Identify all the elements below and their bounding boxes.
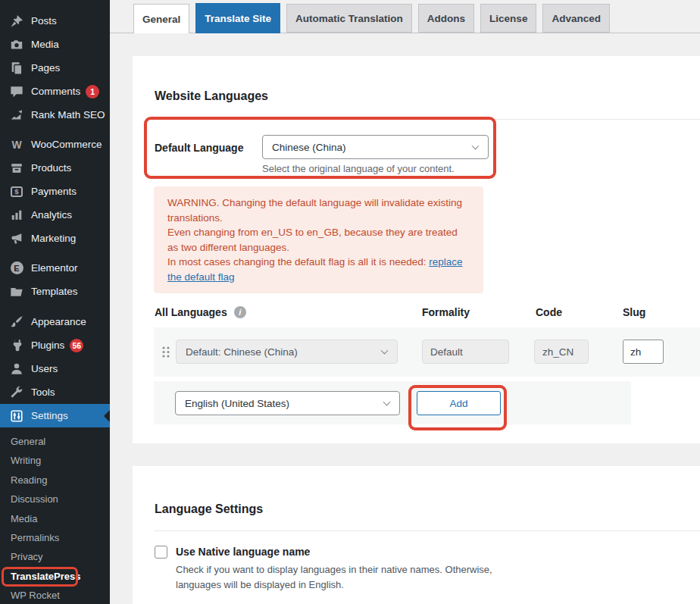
sidebar-item-label: Users [31,363,58,374]
chevron-down-icon [472,142,480,150]
sidebar-subitem-general[interactable]: General [0,432,110,451]
tab-translate-site[interactable]: Translate Site [195,3,280,33]
tab-automatic-translation[interactable]: Automatic Translation [286,4,412,33]
warning-notice: WARNING. Changing the default language w… [154,186,483,293]
menu-separator [0,303,110,310]
sidebar-item-templates[interactable]: Templates [0,280,110,303]
add-language-button[interactable]: Add [417,391,501,415]
sidebar-subitem-writing[interactable]: Writing [0,451,110,470]
code-field: zh_CN [534,340,589,364]
translatepress-settings-screen: Posts Media Pages Comments 1 Rank Math S… [0,0,700,604]
sidebar-item-products[interactable]: Products [0,156,110,180]
sidebar-item-settings[interactable]: Settings [0,404,110,427]
column-header-code: Code [536,306,562,318]
add-language-select[interactable]: English (United States) [175,391,400,415]
warning-line-1: WARNING. Changing the default language w… [167,196,470,225]
sidebar-item-media[interactable]: Media [0,33,110,56]
sidebar-item-plugins[interactable]: Plugins 56 [0,333,110,357]
megaphone-icon [9,231,24,246]
tab-general[interactable]: General [133,4,189,33]
default-language-label: Default Language [155,142,243,154]
sidebar-item-payments[interactable]: $ Payments [0,180,110,203]
sidebar-item-label: Posts [31,15,57,27]
default-language-help: Select the original language of your con… [262,163,455,174]
divider [155,119,700,120]
sidebar-item-elementor[interactable]: E Elementor [0,256,110,280]
folder-icon [9,284,24,299]
wrench-icon [9,385,24,400]
sidebar-item-label: Elementor [31,262,78,274]
active-menu-arrow [98,410,110,422]
paintbrush-icon [9,315,24,330]
sidebar-item-label: Media [31,39,59,50]
sidebar-item-label: Appearance [31,316,86,327]
divider [155,530,700,531]
row-language-select: Default: Chinese (China) [176,340,398,364]
menu-separator [0,250,110,256]
rank-math-icon [9,108,24,123]
sidebar-item-tools[interactable]: Tools [0,380,110,404]
native-language-description: Check if you want to display languages i… [176,562,539,593]
tab-addons[interactable]: Addons [418,4,474,33]
woocommerce-icon: W [9,137,24,152]
tab-advanced[interactable]: Advanced [542,4,610,33]
row-language-value: Default: Chinese (China) [186,346,298,358]
warning-line-2: Even changing from en_US to en_GB, becau… [167,225,470,255]
sidebar-item-woocommerce[interactable]: W WooCommerce [0,133,110,156]
plugins-count-badge: 56 [70,339,83,352]
bar-chart-icon [9,208,24,223]
sidebar-item-analytics[interactable]: Analytics [0,203,110,227]
sidebar-item-label: Comments [31,86,80,97]
sidebar-subitem-reading[interactable]: Reading [0,471,110,490]
sidebar-item-pages[interactable]: Pages [0,56,110,80]
sidebar-item-posts[interactable]: Posts [0,9,110,33]
sidebar-subitem-media[interactable]: Media [0,509,110,528]
website-languages-panel: Website Languages Default Language Chine… [133,56,700,443]
sidebar-item-label: Tools [31,386,55,398]
default-language-value: Chinese (China) [272,142,346,153]
plug-icon [9,338,24,353]
sidebar-item-appearance[interactable]: Appearance [0,310,110,333]
menu-separator [0,127,110,133]
admin-sidebar: Posts Media Pages Comments 1 Rank Math S… [0,0,110,604]
archive-box-icon [9,161,24,176]
payments-icon: $ [9,184,24,199]
sidebar-item-marketing[interactable]: Marketing [0,227,110,250]
add-language-value: English (United States) [185,398,289,409]
sidebar-subitem-discussion[interactable]: Discussion [0,490,110,509]
elementor-icon: E [9,261,24,276]
pushpin-icon [9,14,24,29]
website-languages-title: Website Languages [155,89,268,103]
settings-submenu: General Writing Reading Discussion Media… [0,427,110,604]
slug-input[interactable]: zh [623,340,664,364]
pages-icon [9,61,24,76]
sidebar-item-rank-math-seo[interactable]: Rank Math SEO [0,103,110,127]
user-icon [9,361,24,377]
info-icon[interactable]: i [234,306,246,318]
sidebar-item-comments[interactable]: Comments 1 [0,80,110,103]
settings-tabbar: General Translate Site Automatic Transla… [133,4,616,33]
column-header-formality: Formality [422,306,470,318]
language-row-default: Default: Chinese (China) Default zh_CN z… [154,327,700,377]
subitem-label: TranslatePress [11,571,81,582]
sidebar-subitem-permalinks[interactable]: Permalinks [0,528,110,547]
sidebar-item-label: Templates [31,286,78,297]
native-language-checkbox[interactable] [155,546,167,559]
sidebar-subitem-wp-rocket[interactable]: WP Rocket [0,586,110,604]
formality-field: Default [422,340,509,364]
drag-handle-icon[interactable] [161,346,170,361]
sidebar-item-users[interactable]: Users [0,357,110,380]
add-language-row: English (United States) Add [154,381,631,424]
comments-count-badge: 1 [86,85,99,99]
sidebar-subitem-translatepress[interactable]: TranslatePress [0,567,110,586]
comment-bubble-icon [9,84,24,99]
default-language-select[interactable]: Chinese (China) [262,135,489,159]
sidebar-item-label: Payments [31,186,77,197]
sidebar-item-label: WooCommerce [31,139,102,150]
sidebar-item-label: Analytics [31,209,72,221]
sidebar-subitem-privacy[interactable]: Privacy [0,547,110,566]
tab-license[interactable]: License [480,4,536,33]
sidebar-item-label: Rank Math SEO [31,109,105,120]
all-languages-header: All Languages i [155,306,246,318]
column-header-slug: Slug [623,306,645,318]
